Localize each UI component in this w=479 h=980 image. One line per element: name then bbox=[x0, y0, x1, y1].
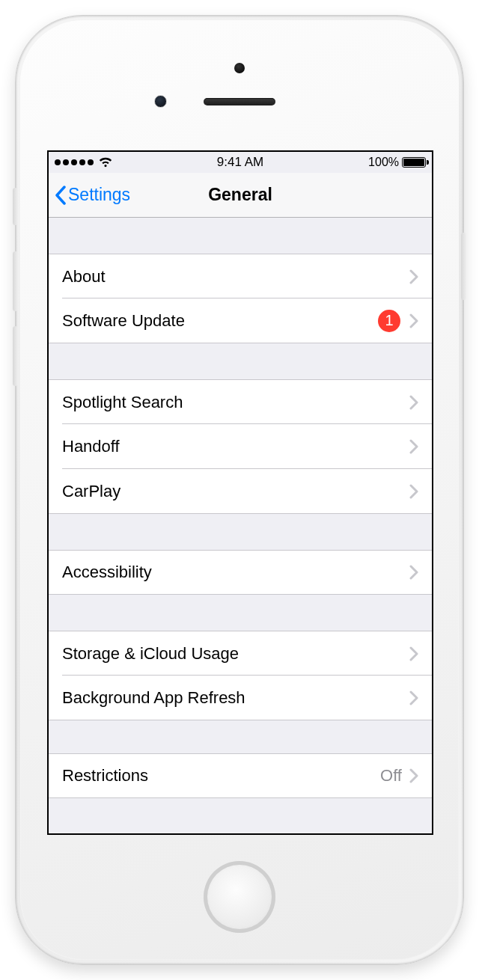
group-separator bbox=[49, 218, 432, 254]
home-button[interactable] bbox=[204, 861, 275, 933]
row-carplay[interactable]: CarPlay bbox=[49, 469, 432, 514]
battery-icon bbox=[402, 157, 426, 168]
row-about[interactable]: About bbox=[49, 254, 432, 298]
chevron-right-icon bbox=[409, 313, 418, 328]
volume-up-button bbox=[13, 251, 18, 311]
chevron-left-icon bbox=[55, 186, 67, 205]
row-label: Background App Refresh bbox=[62, 688, 409, 708]
group-separator bbox=[49, 343, 432, 379]
earpiece-speaker bbox=[204, 98, 275, 105]
signal-strength-icon bbox=[55, 159, 94, 165]
notification-badge: 1 bbox=[378, 310, 400, 332]
row-label: Restrictions bbox=[62, 766, 380, 785]
row-label: Software Update bbox=[62, 311, 378, 331]
chevron-right-icon bbox=[409, 439, 418, 454]
chevron-right-icon bbox=[409, 646, 418, 661]
group-separator bbox=[49, 514, 432, 550]
row-label: CarPlay bbox=[62, 482, 409, 501]
row-background-app-refresh[interactable]: Background App Refresh bbox=[49, 676, 432, 720]
volume-down-button bbox=[13, 326, 18, 386]
row-label: Accessibility bbox=[62, 563, 409, 582]
back-button[interactable]: Settings bbox=[55, 185, 130, 205]
status-left bbox=[55, 157, 113, 168]
group-separator bbox=[49, 595, 432, 631]
status-bar: 9:41 AM 100% bbox=[49, 152, 432, 173]
row-handoff[interactable]: Handoff bbox=[49, 424, 432, 469]
row-storage-icloud-usage[interactable]: Storage & iCloud Usage bbox=[49, 631, 432, 676]
chevron-right-icon bbox=[409, 768, 418, 783]
nav-bar: Settings General bbox=[49, 173, 432, 218]
group-separator bbox=[49, 720, 432, 753]
battery-percent: 100% bbox=[368, 156, 399, 169]
status-right: 100% bbox=[368, 156, 426, 169]
back-label: Settings bbox=[68, 185, 130, 205]
row-software-update[interactable]: Software Update 1 bbox=[49, 298, 432, 343]
row-spotlight-search[interactable]: Spotlight Search bbox=[49, 379, 432, 424]
chevron-right-icon bbox=[409, 565, 418, 580]
chevron-right-icon bbox=[409, 395, 418, 410]
power-button bbox=[461, 233, 466, 300]
chevron-right-icon bbox=[409, 690, 418, 705]
row-label: Spotlight Search bbox=[62, 393, 409, 412]
chevron-right-icon bbox=[409, 484, 418, 499]
row-label: Storage & iCloud Usage bbox=[62, 644, 409, 664]
chevron-right-icon bbox=[409, 269, 418, 284]
front-camera bbox=[154, 95, 167, 108]
wifi-icon bbox=[98, 157, 113, 168]
row-label: Handoff bbox=[62, 437, 409, 456]
row-detail-value: Off bbox=[380, 766, 402, 785]
row-label: About bbox=[62, 267, 409, 287]
screen: 9:41 AM 100% Settings General bbox=[47, 150, 433, 835]
phone-frame: 9:41 AM 100% Settings General bbox=[15, 15, 464, 965]
mute-switch bbox=[13, 188, 18, 225]
settings-list[interactable]: About Software Update 1 Spotlight Search bbox=[49, 218, 432, 798]
top-sensor bbox=[234, 63, 245, 73]
row-restrictions[interactable]: Restrictions Off bbox=[49, 753, 432, 798]
row-accessibility[interactable]: Accessibility bbox=[49, 550, 432, 595]
